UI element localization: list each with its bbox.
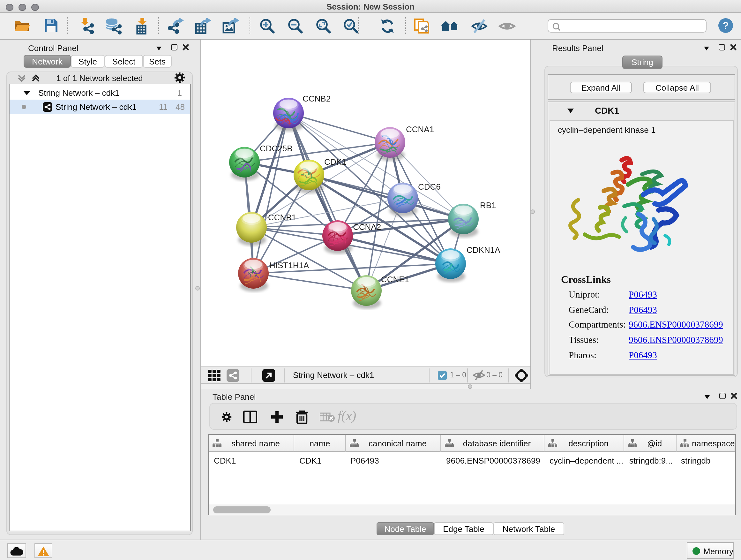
svg-text:CCNE1: CCNE1 bbox=[381, 274, 409, 284]
svg-text:CDC25B: CDC25B bbox=[260, 144, 293, 153]
svg-text:CDK1: CDK1 bbox=[324, 157, 346, 167]
svg-text:CCNB1: CCNB1 bbox=[268, 212, 296, 222]
svg-text:CDC6: CDC6 bbox=[418, 182, 441, 192]
svg-text:CCNA2: CCNA2 bbox=[353, 222, 381, 232]
svg-text:RB1: RB1 bbox=[480, 200, 496, 210]
svg-text:?: ? bbox=[723, 20, 729, 31]
svg-text:HIST1H1A: HIST1H1A bbox=[269, 260, 309, 270]
svg-text:CDKN1A: CDKN1A bbox=[467, 245, 500, 255]
svg-text:CCNA1: CCNA1 bbox=[406, 125, 434, 134]
svg-text:CCNB2: CCNB2 bbox=[302, 94, 331, 104]
